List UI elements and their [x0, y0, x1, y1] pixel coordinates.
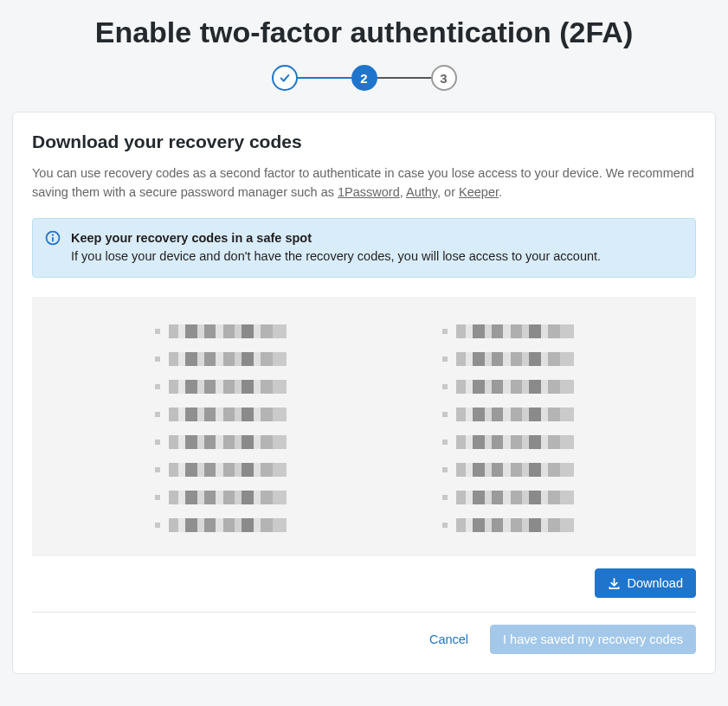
recovery-codes-box	[32, 297, 696, 556]
svg-rect-2	[52, 236, 54, 241]
recovery-code-obscured	[169, 352, 287, 366]
download-icon	[608, 577, 621, 590]
bullet-icon	[155, 329, 160, 334]
section-description: You can use recovery codes as a second f…	[32, 164, 696, 202]
bullet-icon	[155, 523, 160, 528]
desc-sep1: ,	[400, 185, 406, 199]
recovery-code-obscured	[169, 408, 287, 421]
recovery-code-obscured	[456, 380, 574, 394]
progress-stepper: 2 3	[0, 65, 728, 91]
recovery-code-obscured	[169, 491, 287, 504]
link-authy[interactable]: Authy	[406, 185, 437, 199]
check-icon	[279, 72, 291, 84]
recovery-code-obscured	[456, 518, 574, 532]
recovery-code-obscured	[169, 463, 287, 477]
link-1password[interactable]: 1Password	[338, 185, 400, 199]
footer-actions: Cancel I have saved my recovery codes	[32, 625, 696, 654]
bullet-icon	[155, 384, 160, 389]
bullet-icon	[155, 412, 160, 417]
recovery-code-item	[155, 380, 287, 394]
desc-after: .	[499, 185, 502, 199]
recovery-code-obscured	[169, 435, 287, 449]
recovery-code-item	[155, 491, 287, 504]
download-button[interactable]: Download	[595, 568, 697, 598]
recovery-code-obscured	[169, 380, 287, 394]
recovery-code-obscured	[456, 435, 574, 449]
recovery-code-obscured	[169, 324, 287, 338]
bullet-icon	[442, 329, 448, 334]
bullet-icon	[155, 495, 160, 500]
bullet-icon	[442, 523, 448, 528]
recovery-code-item	[442, 352, 574, 366]
recovery-code-item	[442, 324, 574, 338]
section-title: Download your recovery codes	[32, 132, 696, 152]
recovery-code-item	[155, 435, 287, 449]
desc-sep2: , or	[437, 185, 459, 199]
bullet-icon	[442, 384, 448, 389]
step-2-active: 2	[351, 65, 377, 91]
alert-title: Keep your recovery codes in a safe spot	[71, 229, 601, 248]
recovery-code-obscured	[169, 518, 287, 532]
stepper-line-2	[377, 77, 431, 79]
recovery-code-item	[155, 324, 287, 338]
svg-point-1	[52, 234, 54, 235]
page-title: Enable two-factor authentication (2FA)	[0, 16, 728, 49]
bullet-icon	[155, 467, 160, 472]
saved-codes-button[interactable]: I have saved my recovery codes	[490, 625, 696, 654]
download-label: Download	[628, 576, 684, 590]
cancel-button[interactable]: Cancel	[416, 625, 481, 654]
download-row: Download	[32, 568, 696, 598]
recovery-code-item	[155, 408, 287, 421]
recovery-code-item	[155, 463, 287, 477]
bullet-icon	[442, 440, 448, 445]
recovery-code-obscured	[456, 408, 574, 421]
bullet-icon	[442, 495, 448, 500]
recovery-code-item	[442, 518, 574, 532]
bullet-icon	[155, 440, 160, 445]
recovery-code-item	[155, 518, 287, 532]
bullet-icon	[442, 412, 448, 417]
recovery-code-obscured	[456, 463, 574, 477]
alert-body: If you lose your device and don't have t…	[71, 247, 601, 266]
recovery-code-item	[442, 380, 574, 394]
info-alert: Keep your recovery codes in a safe spot …	[32, 218, 696, 279]
alert-content: Keep your recovery codes in a safe spot …	[71, 229, 601, 267]
bullet-icon	[155, 356, 160, 362]
recovery-code-item	[155, 352, 287, 366]
link-keeper[interactable]: Keeper	[459, 185, 499, 199]
recovery-code-item	[442, 408, 574, 421]
stepper-line-1	[298, 77, 351, 79]
step-3-inactive: 3	[431, 65, 457, 91]
codes-column-left	[155, 324, 287, 532]
codes-column-right	[442, 324, 574, 532]
bullet-icon	[442, 356, 448, 362]
recovery-code-item	[442, 491, 574, 504]
info-icon	[45, 230, 61, 246]
recovery-code-obscured	[456, 324, 574, 338]
recovery-code-obscured	[456, 491, 574, 504]
recovery-code-obscured	[456, 352, 574, 366]
step-1-done	[272, 65, 298, 91]
bullet-icon	[442, 467, 448, 472]
recovery-code-item	[442, 435, 574, 449]
footer-divider	[32, 612, 696, 613]
recovery-codes-card: Download your recovery codes You can use…	[12, 112, 716, 674]
recovery-code-item	[442, 463, 574, 477]
